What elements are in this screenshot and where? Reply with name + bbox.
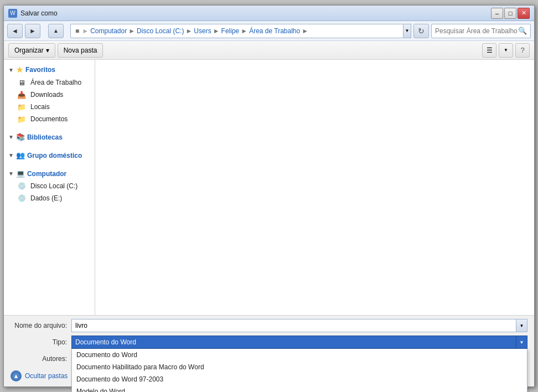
grupo-icon: 👥 bbox=[16, 151, 25, 159]
help-button[interactable]: ? bbox=[515, 43, 530, 58]
organize-arrow-icon: ▾ bbox=[46, 47, 49, 54]
organize-button[interactable]: Organizar ▾ bbox=[8, 43, 55, 58]
main-content: ▼ ★ Favoritos 🖥 Área de Trabalho 📥 Downl… bbox=[4, 60, 534, 315]
documentos-icon: 📁 bbox=[16, 115, 27, 123]
bibliotecas-arrow-icon: ▼ bbox=[8, 134, 14, 140]
computador-label: Computador bbox=[27, 170, 66, 178]
favoritos-arrow-icon: ▼ bbox=[8, 67, 14, 73]
hide-folders-button[interactable]: ▲ Ocultar pastas bbox=[11, 370, 68, 381]
locais-label: Locais bbox=[30, 103, 50, 111]
breadcrumb-arrow-0: ► bbox=[82, 27, 89, 35]
documentos-folder-icon: 📁 bbox=[17, 115, 26, 123]
dropdown-item-doc-word-macro[interactable]: Documento Habilitado para Macro do Word bbox=[72, 361, 527, 373]
bc-sep-4: ► bbox=[241, 27, 247, 35]
downloads-folder-icon: 📥 bbox=[16, 90, 27, 99]
nova-pasta-label: Nova pasta bbox=[64, 47, 97, 54]
bc-sep-5: ► bbox=[302, 27, 308, 35]
sidebar-item-disco-e[interactable]: 💿 Dados (E:) bbox=[4, 192, 95, 204]
bibliotecas-icon: 📚 bbox=[16, 133, 25, 141]
breadcrumb-computador[interactable]: Computador bbox=[90, 27, 127, 35]
breadcrumb-disco[interactable]: Disco Local (C:) bbox=[137, 27, 184, 35]
dropdown-item-doc-word[interactable]: Documento do Word bbox=[72, 349, 527, 361]
sidebar-section-favoritos[interactable]: ▼ ★ Favoritos bbox=[4, 63, 95, 76]
title-bar: W Salvar como – □ ✕ bbox=[4, 6, 534, 21]
disk-c-icon: 💿 bbox=[18, 182, 26, 190]
locais-icon: 📁 bbox=[16, 102, 27, 111]
downloads-label: Downloads bbox=[30, 91, 63, 99]
filetype-row: Tipo: Documento do Word Documento do Wor… bbox=[11, 336, 527, 349]
toolbar-right: ☰ ▼ ? bbox=[482, 43, 530, 58]
window-icon: W bbox=[8, 9, 17, 18]
area-trabalho-label: Área de Trabalho bbox=[30, 79, 81, 86]
organize-label: Organizar bbox=[14, 47, 44, 54]
bc-sep-1: ► bbox=[128, 27, 135, 35]
hide-folders-icon: ▲ bbox=[11, 370, 22, 381]
breadcrumb-felipe[interactable]: Felipe bbox=[221, 27, 240, 35]
sidebar-item-documentos[interactable]: 📁 Documentos bbox=[4, 113, 95, 125]
authors-label: Autores: bbox=[11, 355, 71, 363]
minimize-button[interactable]: – bbox=[491, 8, 503, 19]
bottom-section: Nome do arquivo: ▼ Tipo: Documento do Wo… bbox=[4, 315, 534, 386]
close-button[interactable]: ✕ bbox=[518, 8, 530, 19]
search-icon[interactable]: 🔍 bbox=[518, 27, 527, 35]
downloads-icon: 📥 bbox=[17, 91, 26, 99]
disco-e-icon: 💿 bbox=[16, 194, 27, 203]
locais-folder-icon: 📁 bbox=[17, 103, 26, 111]
filetype-dropdown-container: Documento do Word Documento do Word Docu… bbox=[71, 336, 516, 349]
computador-arrow-icon: ▼ bbox=[8, 171, 14, 177]
maximize-button[interactable]: □ bbox=[504, 8, 516, 19]
view-button[interactable]: ☰ bbox=[482, 43, 496, 58]
filename-input[interactable] bbox=[71, 319, 516, 332]
search-input[interactable] bbox=[435, 27, 518, 35]
bibliotecas-label: Bibliotecas bbox=[27, 133, 63, 141]
up-button[interactable]: ▲ bbox=[48, 24, 64, 38]
filetype-dropdown-arrow[interactable]: ▼ bbox=[516, 336, 527, 349]
dropdown-item-modelo-word[interactable]: Modelo do Word bbox=[72, 385, 527, 392]
favoritos-star-icon: ★ bbox=[16, 65, 23, 74]
file-area bbox=[95, 60, 534, 315]
filetype-label: Tipo: bbox=[11, 338, 71, 346]
grupo-arrow-icon: ▼ bbox=[8, 152, 14, 158]
disco-c-label: Disco Local (C:) bbox=[30, 182, 77, 190]
view-dropdown-button[interactable]: ▼ bbox=[499, 43, 513, 58]
breadcrumb-bar: ■ ► Computador ► Disco Local (C:) ► User… bbox=[70, 24, 404, 38]
nova-pasta-button[interactable]: Nova pasta bbox=[58, 43, 104, 58]
sidebar-section-bibliotecas[interactable]: ▼ 📚 Bibliotecas bbox=[4, 131, 95, 143]
address-bar: ◄ ► ▲ ■ ► Computador ► Disco Local (C:) … bbox=[4, 21, 534, 41]
window-title: Salvar como bbox=[20, 9, 491, 17]
dropdown-item-doc-word-97[interactable]: Documento do Word 97-2003 bbox=[72, 373, 527, 385]
filename-row: Nome do arquivo: ▼ bbox=[11, 319, 527, 332]
breadcrumb-area-trabalho[interactable]: Área de Trabalho bbox=[249, 27, 300, 35]
desktop-icon: 🖥 bbox=[18, 79, 25, 87]
sidebar-section-computador[interactable]: ▼ 💻 Computador bbox=[4, 167, 95, 180]
documentos-label: Documentos bbox=[30, 115, 68, 123]
back-button[interactable]: ◄ bbox=[7, 24, 23, 38]
toolbar: Organizar ▾ Nova pasta ☰ ▼ ? bbox=[4, 41, 534, 60]
forward-button[interactable]: ► bbox=[25, 24, 40, 38]
sidebar-item-locais[interactable]: 📁 Locais bbox=[4, 101, 95, 113]
favoritos-label: Favoritos bbox=[25, 66, 55, 74]
bc-sep-3: ► bbox=[213, 27, 220, 35]
grupo-label: Grupo doméstico bbox=[27, 152, 82, 159]
refresh-button[interactable]: ↻ bbox=[413, 24, 429, 38]
filetype-selected[interactable]: Documento do Word bbox=[71, 336, 516, 349]
breadcrumb-users[interactable]: Users bbox=[194, 27, 211, 35]
sidebar-item-downloads[interactable]: 📥 Downloads bbox=[4, 89, 95, 101]
sidebar-scroll: ▼ ★ Favoritos 🖥 Área de Trabalho 📥 Downl… bbox=[4, 60, 95, 315]
breadcrumb-dropdown-button[interactable]: ▼ bbox=[404, 24, 411, 38]
dialog-window: W Salvar como – □ ✕ ◄ ► ▲ ■ ► Computador… bbox=[3, 5, 535, 387]
filename-label: Nome do arquivo: bbox=[11, 322, 71, 329]
title-bar-buttons: – □ ✕ bbox=[491, 8, 530, 19]
sidebar: ▼ ★ Favoritos 🖥 Área de Trabalho 📥 Downl… bbox=[4, 60, 95, 315]
sidebar-item-disco-c[interactable]: 💿 Disco Local (C:) bbox=[4, 180, 95, 192]
disco-e-label: Dados (E:) bbox=[30, 194, 62, 202]
filetype-dropdown-list: Documento do Word Documento Habilitado p… bbox=[71, 349, 527, 392]
sidebar-section-grupo-domestico[interactable]: ▼ 👥 Grupo doméstico bbox=[4, 149, 95, 162]
bc-sep-2: ► bbox=[185, 27, 192, 35]
filename-dropdown-button[interactable]: ▼ bbox=[516, 319, 527, 332]
area-trabalho-icon: 🖥 bbox=[16, 78, 27, 87]
disk-e-icon: 💿 bbox=[18, 194, 26, 202]
search-box: 🔍 bbox=[431, 24, 531, 38]
disco-c-icon: 💿 bbox=[16, 182, 27, 190]
sidebar-item-area-trabalho[interactable]: 🖥 Área de Trabalho bbox=[4, 76, 95, 89]
